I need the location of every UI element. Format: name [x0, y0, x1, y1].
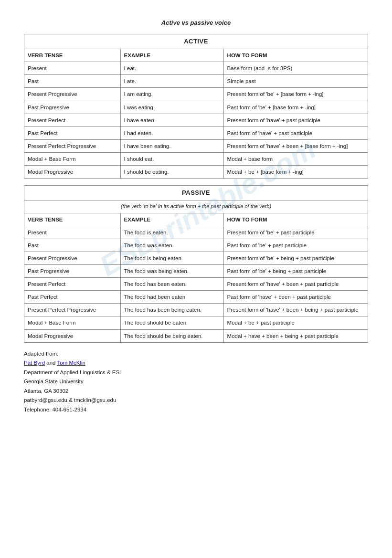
form-cell: Simple past	[223, 75, 368, 88]
example-cell: I should eat.	[120, 152, 223, 165]
verb-tense-cell: Modal Progressive	[24, 329, 121, 342]
table-row: PresentThe food is eaten.Present form of…	[24, 226, 368, 239]
footer: Adapted from: Pat Byrd and Tom McKlin De…	[24, 349, 368, 415]
verb-tense-cell: Present Perfect Progressive	[24, 139, 121, 152]
verb-tense-cell: Past	[24, 75, 121, 88]
form-cell: Modal + be + [base form + -ing]	[223, 166, 368, 179]
table-row: PastI ate.Simple past	[24, 75, 368, 88]
table-row: Present PerfectThe food has been eaten.P…	[24, 278, 368, 291]
table-row: Past ProgressiveThe food was being eaten…	[24, 265, 368, 278]
passive-section-header: PASSIVE	[24, 186, 368, 200]
table-row: Modal ProgressiveThe food should be bein…	[24, 329, 368, 342]
verb-tense-cell: Present Perfect	[24, 278, 121, 291]
active-col-form: HOW TO FORM	[223, 49, 368, 62]
form-cell: Past form of 'have' + been + past partic…	[223, 291, 368, 304]
verb-tense-cell: Modal Progressive	[24, 166, 121, 179]
verb-tense-cell: Past Perfect	[24, 291, 121, 304]
passive-note-text: (the verb 'to be' in its active form + t…	[24, 200, 368, 213]
form-cell: Present form of 'be' + [base form + -ing…	[223, 88, 368, 101]
example-cell: The food was being eaten.	[120, 265, 223, 278]
verb-tense-cell: Present Progressive	[24, 252, 121, 264]
passive-col-verb: VERB TENSE	[24, 213, 121, 226]
table-row: Past ProgressiveI was eating.Past form o…	[24, 101, 368, 114]
footer-university: Georgia State University	[24, 377, 368, 387]
example-cell: The food should be being eaten.	[120, 329, 223, 342]
form-cell: Modal + be + past participle	[223, 316, 368, 329]
footer-email: patbyrd@gsu.edu & tmcklin@gsu.edu	[24, 396, 368, 405]
example-cell: The food had been eaten	[120, 291, 223, 304]
form-cell: Present form of 'have' + past participle	[223, 114, 368, 126]
example-cell: I should be eating.	[120, 166, 223, 179]
passive-table: PASSIVE (the verb 'to be' in its active …	[24, 185, 368, 343]
table-row: Present PerfectI have eaten.Present form…	[24, 114, 368, 126]
active-section-header: ACTIVE	[24, 34, 368, 49]
verb-tense-cell: Modal + Base Form	[24, 152, 121, 165]
verb-tense-cell: Present	[24, 226, 121, 239]
verb-tense-cell: Past Perfect	[24, 126, 121, 139]
example-cell: I had eaten.	[120, 126, 223, 139]
table-row: PastThe food was eaten.Past form of 'be'…	[24, 239, 368, 252]
table-row: Present ProgressiveI am eating.Present f…	[24, 88, 368, 101]
form-cell: Present form of 'have' + been + [base fo…	[223, 139, 368, 152]
form-cell: Past form of 'be' + [base form + -ing]	[223, 101, 368, 114]
example-cell: I have been eating.	[120, 139, 223, 152]
example-cell: I ate.	[120, 75, 223, 88]
example-cell: The food should be eaten.	[120, 316, 223, 329]
table-row: Past PerfectThe food had been eatenPast …	[24, 291, 368, 304]
passive-header-label: PASSIVE	[24, 186, 368, 200]
example-cell: I was eating.	[120, 101, 223, 114]
example-cell: I am eating.	[120, 88, 223, 101]
footer-author-tom[interactable]: Tom McKlin	[57, 360, 85, 366]
active-col-header: VERB TENSE EXAMPLE HOW TO FORM	[24, 49, 368, 62]
form-cell: Modal + base form	[223, 152, 368, 165]
example-cell: I eat.	[120, 62, 223, 75]
table-row: Present ProgressiveThe food is being eat…	[24, 252, 368, 264]
passive-col-header: VERB TENSE EXAMPLE HOW TO FORM	[24, 213, 368, 226]
table-row: Modal ProgressiveI should be eating.Moda…	[24, 166, 368, 179]
footer-authors: Pat Byrd and Tom McKlin	[24, 358, 368, 368]
verb-tense-cell: Past Progressive	[24, 265, 121, 278]
verb-tense-cell: Past	[24, 239, 121, 252]
form-cell: Present form of 'have' + been + being + …	[223, 304, 368, 316]
table-row: Present Perfect ProgressiveThe food has …	[24, 304, 368, 316]
verb-tense-cell: Present	[24, 62, 121, 75]
verb-tense-cell: Present Perfect	[24, 114, 121, 126]
verb-tense-cell: Modal + Base Form	[24, 316, 121, 329]
page-title: Active vs passive voice	[24, 19, 368, 26]
form-cell: Past form of 'be' + being + past partici…	[223, 265, 368, 278]
verb-tense-cell: Present Progressive	[24, 88, 121, 101]
footer-department: Department of Applied Linguistics & ESL	[24, 368, 368, 378]
example-cell: The food is being eaten.	[120, 252, 223, 264]
table-row: Present Perfect ProgressiveI have been e…	[24, 139, 368, 152]
footer-phone: Telephone: 404-651-2934	[24, 405, 368, 415]
active-header-label: ACTIVE	[24, 34, 368, 49]
active-table: ACTIVE VERB TENSE EXAMPLE HOW TO FORM Pr…	[24, 34, 368, 179]
form-cell: Base form (add -s for 3PS)	[223, 62, 368, 75]
example-cell: The food has been being eaten.	[120, 304, 223, 316]
passive-col-example: EXAMPLE	[120, 213, 223, 226]
table-row: Modal + Base FormI should eat.Modal + ba…	[24, 152, 368, 165]
footer-city: Atlanta, GA 30302	[24, 387, 368, 396]
form-cell: Present form of 'be' + past participle	[223, 226, 368, 239]
passive-col-form: HOW TO FORM	[223, 213, 368, 226]
footer-adapted: Adapted from:	[24, 349, 368, 359]
active-col-verb: VERB TENSE	[24, 49, 121, 62]
example-cell: The food was eaten.	[120, 239, 223, 252]
table-row: PresentI eat.Base form (add -s for 3PS)	[24, 62, 368, 75]
verb-tense-cell: Present Perfect Progressive	[24, 304, 121, 316]
table-row: Past PerfectI had eaten.Past form of 'ha…	[24, 126, 368, 139]
form-cell: Present form of 'have' + been + past par…	[223, 278, 368, 291]
example-cell: The food has been eaten.	[120, 278, 223, 291]
passive-note-row: (the verb 'to be' in its active form + t…	[24, 200, 368, 213]
active-col-example: EXAMPLE	[120, 49, 223, 62]
example-cell: The food is eaten.	[120, 226, 223, 239]
example-cell: I have eaten.	[120, 114, 223, 126]
form-cell: Modal + have + been + being + past parti…	[223, 329, 368, 342]
form-cell: Past form of 'have' + past participle	[223, 126, 368, 139]
table-row: Modal + Base FormThe food should be eate…	[24, 316, 368, 329]
verb-tense-cell: Past Progressive	[24, 101, 121, 114]
form-cell: Present form of 'be' + being + past part…	[223, 252, 368, 264]
footer-author-pat[interactable]: Pat Byrd	[24, 360, 45, 366]
form-cell: Past form of 'be' + past participle	[223, 239, 368, 252]
